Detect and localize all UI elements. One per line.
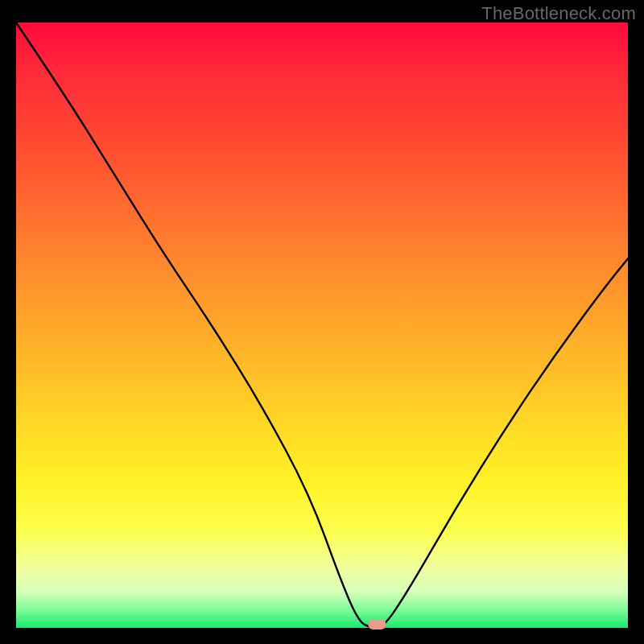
optimal-point-marker [368, 619, 386, 630]
bottleneck-curve [16, 23, 628, 628]
chart-frame: TheBottleneck.com [0, 0, 644, 644]
curve-layer [16, 23, 628, 628]
watermark-text: TheBottleneck.com [481, 3, 636, 24]
plot-area [16, 23, 628, 628]
